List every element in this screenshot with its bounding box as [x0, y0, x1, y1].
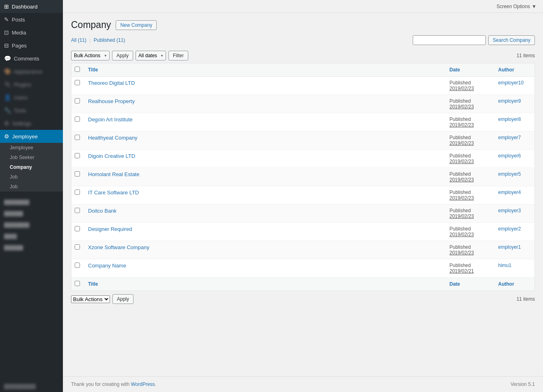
company-title-link[interactable]: Homolant Real Estate: [88, 171, 139, 177]
jemployee-submenu: Jemployee Job Seeker Company Job Job: [0, 143, 63, 192]
sidebar: ⊞ Dashboard ✎ Posts ⊡ Media ⊟ Pages 💬 Co…: [0, 0, 63, 392]
row-date-value: 2019/02/23: [450, 104, 474, 110]
row-date-status: Published: [450, 135, 471, 140]
submenu-item-jemployee[interactable]: Jemployee: [0, 143, 63, 153]
new-company-button[interactable]: New Company: [116, 20, 157, 30]
row-author-link[interactable]: employer9: [498, 98, 521, 104]
row-checkbox[interactable]: [75, 116, 80, 122]
row-title-cell: Designer Required: [84, 223, 446, 241]
search-input[interactable]: [413, 35, 486, 45]
row-checkbox[interactable]: [75, 135, 80, 140]
row-author-cell: employer4: [494, 186, 535, 205]
row-checkbox-cell: [71, 131, 84, 150]
row-author-link[interactable]: employer3: [498, 208, 521, 213]
company-title-link[interactable]: IT Care Software LTD: [88, 190, 139, 196]
row-checkbox-cell: [71, 259, 84, 278]
row-checkbox-cell: [71, 95, 84, 113]
row-checkbox[interactable]: [75, 190, 80, 195]
company-title-link[interactable]: Doitco Bank: [88, 208, 116, 214]
row-checkbox[interactable]: [75, 80, 80, 85]
select-all-checkbox-bottom[interactable]: [75, 281, 80, 286]
submenu-item-company[interactable]: Company: [0, 162, 63, 172]
row-title-cell: Theoreo Digital LTD: [84, 77, 446, 95]
footer-date[interactable]: Date: [446, 278, 494, 291]
company-title-link[interactable]: Theoreo Digital LTD: [88, 80, 135, 86]
filter-all-link[interactable]: All (11): [71, 37, 88, 43]
row-author-link[interactable]: himu1: [498, 263, 512, 268]
row-author-link[interactable]: employer10: [498, 80, 524, 86]
row-checkbox-cell: [71, 113, 84, 131]
row-author-link[interactable]: employer7: [498, 135, 521, 140]
screen-options-button[interactable]: Screen Options ▼: [496, 4, 537, 9]
sidebar-item-label: Appearance: [14, 69, 42, 75]
filter-published-link[interactable]: Published (11): [94, 37, 125, 43]
row-checkbox[interactable]: [75, 208, 80, 213]
dates-select[interactable]: All dates: [136, 51, 166, 60]
sidebar-item-pages[interactable]: ⊟ Pages: [0, 39, 63, 52]
select-all-checkbox[interactable]: [75, 67, 80, 72]
dashboard-icon: ⊞: [4, 3, 9, 10]
row-checkbox[interactable]: [75, 244, 80, 250]
media-icon: ⊡: [4, 29, 9, 36]
apply-button-bottom[interactable]: Apply: [112, 294, 134, 304]
company-title-link[interactable]: Designer Required: [88, 226, 132, 232]
table-row: Company Name Published 2019/02/21 himu1: [71, 259, 535, 278]
header-title[interactable]: Title: [84, 63, 446, 77]
row-checkbox[interactable]: [75, 171, 80, 177]
row-title-cell: Realhouse Property: [84, 95, 446, 113]
search-company-button[interactable]: Search Company: [488, 35, 535, 45]
row-checkbox[interactable]: [75, 263, 80, 268]
row-date-value: 2019/02/23: [450, 140, 474, 146]
sidebar-item-posts[interactable]: ✎ Posts: [0, 13, 63, 26]
sidebar-bottom-blurred: ██████████: [4, 384, 59, 389]
company-title-link[interactable]: Healthyeat Company: [88, 135, 137, 141]
row-author-link[interactable]: employer6: [498, 153, 521, 159]
bulk-actions-wrap-bottom: Bulk Actions: [71, 295, 110, 303]
row-author-link[interactable]: employer5: [498, 171, 521, 177]
row-checkbox[interactable]: [75, 153, 80, 158]
row-title-cell: Degoin Art Institute: [84, 113, 446, 131]
row-author-link[interactable]: employer4: [498, 190, 521, 195]
company-title-link[interactable]: Company Name: [88, 263, 126, 269]
row-author-link[interactable]: employer8: [498, 116, 521, 122]
row-author-cell: employer7: [494, 131, 535, 150]
page-title: Company: [71, 19, 111, 30]
row-author-link[interactable]: employer1: [498, 244, 521, 250]
sidebar-item-media[interactable]: ⊡ Media: [0, 26, 63, 39]
header-date[interactable]: Date: [446, 63, 494, 77]
footer-title[interactable]: Title: [84, 278, 446, 291]
company-title-link[interactable]: Xzone Software Company: [88, 244, 149, 250]
sidebar-item-plugins[interactable]: 🔌 Plugins: [0, 78, 63, 91]
company-title-link[interactable]: Digoin Creative LTD: [88, 153, 135, 159]
sidebar-item-tools[interactable]: 🔧 Tools: [0, 104, 63, 117]
filter-button[interactable]: Filter: [168, 51, 188, 60]
sidebar-item-jemployee[interactable]: ⚙ Jemployee: [0, 130, 63, 143]
sidebar-item-appearance[interactable]: 🎨 Appearance: [0, 65, 63, 78]
sidebar-item-comments[interactable]: 💬 Comments: [0, 52, 63, 65]
sidebar-item-users[interactable]: 👤 Users: [0, 91, 63, 104]
row-checkbox[interactable]: [75, 226, 80, 231]
row-author-cell: employer6: [494, 150, 535, 168]
submenu-item-job2[interactable]: Job: [0, 182, 63, 192]
row-checkbox-cell: [71, 223, 84, 241]
row-author-link[interactable]: employer2: [498, 226, 521, 232]
row-checkbox[interactable]: [75, 98, 80, 103]
company-title-link[interactable]: Realhouse Property: [88, 98, 135, 104]
sidebar-item-label: Settings: [12, 121, 31, 127]
submenu-item-job-seeker[interactable]: Job Seeker: [0, 153, 63, 162]
submenu-item-job1[interactable]: Job: [0, 172, 63, 182]
row-date-value: 2019/02/23: [450, 177, 474, 183]
row-date-status: Published: [450, 153, 471, 159]
row-checkbox-cell: [71, 241, 84, 259]
row-date-cell: Published 2019/02/23: [446, 113, 494, 131]
sidebar-item-settings[interactable]: ⚙ Settings: [0, 117, 63, 130]
sidebar-item-label: Media: [12, 30, 26, 36]
sidebar-item-dashboard[interactable]: ⊞ Dashboard: [0, 0, 63, 13]
filter-links: All (11) | Published (11): [71, 37, 125, 43]
bulk-actions-select-bottom[interactable]: Bulk Actions: [71, 295, 110, 303]
footer-wordpress-link[interactable]: WordPress: [131, 381, 155, 387]
company-title-link[interactable]: Degoin Art Institute: [88, 116, 133, 123]
pages-icon: ⊟: [4, 42, 9, 49]
bulk-actions-select-top[interactable]: Bulk Actions: [71, 51, 110, 60]
apply-button-top[interactable]: Apply: [112, 51, 133, 60]
